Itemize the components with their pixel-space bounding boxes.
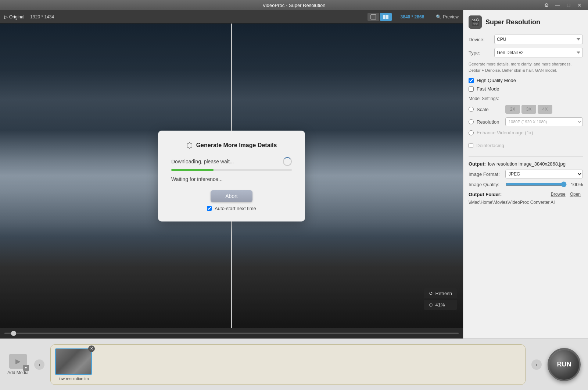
svg-rect-1: [383, 15, 386, 19]
device-row: Device: CPU: [469, 35, 583, 44]
tray-item-thumbnail: [55, 348, 92, 375]
high-quality-checkbox[interactable]: [469, 78, 474, 83]
resolution-select[interactable]: 1080P (1920 X 1080): [505, 117, 583, 126]
settings-icon[interactable]: ⚙: [542, 1, 551, 9]
output-value: low resolution image_3840x2868.jpg: [488, 161, 566, 167]
fast-mode-checkbox[interactable]: [469, 86, 474, 92]
preview-button[interactable]: 🔍 Preview: [436, 14, 459, 20]
single-view-btn[interactable]: [368, 13, 379, 21]
bottom-tray: ▶ ▾ Add Media ‹ ✕ low resolution im › RU…: [0, 338, 588, 390]
tray-prev-button[interactable]: ‹: [34, 359, 44, 370]
model-settings-section: Scale 2X 3X 4X Resolution 1080P (1920 X …: [469, 105, 583, 139]
browse-button[interactable]: Browse: [549, 191, 568, 198]
split-view-btn[interactable]: [380, 13, 392, 21]
view-toggle[interactable]: [368, 13, 392, 21]
fast-mode-label: Fast Mode: [477, 86, 499, 92]
resolution-radio-label: Resolution: [477, 119, 502, 125]
play-icon: ▷: [4, 14, 8, 20]
deinterlace-checkbox[interactable]: [469, 143, 473, 148]
modal-title-row: ⬡ Generate More Image Details: [186, 141, 277, 150]
scrubber-track[interactable]: [4, 333, 459, 334]
divider: [469, 156, 583, 157]
preview-area: ▷ Original 1920 * 1434 3840 * 2868 🔍 Pre…: [0, 10, 463, 338]
sidebar-title-row: 🎬 Super Resolution: [469, 15, 583, 29]
original-label: Original: [9, 14, 24, 20]
res-left-label: 1920 * 1434: [30, 14, 54, 20]
resolution-row: Resolution 1080P (1920 X 1080): [469, 117, 583, 126]
add-media-icon: ▶ ▾: [9, 354, 27, 369]
output-row: Output: low resolution image_3840x2868.j…: [469, 161, 583, 167]
super-resolution-icon: 🎬: [469, 15, 482, 29]
modal-icon: ⬡: [186, 141, 193, 150]
sidebar: 🎬 Super Resolution Device: CPU Type: Gen…: [463, 10, 588, 338]
abort-button[interactable]: Abort: [211, 190, 252, 202]
modal-status-row: Downloading, please wait...: [171, 157, 292, 166]
deinterlace-label: Deinterlacing: [476, 143, 504, 148]
device-label: Device:: [469, 37, 494, 42]
folder-label: Output Folder:: [469, 192, 549, 197]
minimize-button[interactable]: —: [553, 1, 562, 9]
type-label: Type:: [469, 50, 494, 56]
open-button[interactable]: Open: [568, 191, 583, 198]
preview-icon: 🔍: [436, 14, 441, 20]
type-description: Generate more details, more clarity, and…: [469, 61, 583, 73]
run-button[interactable]: RUN: [548, 348, 581, 381]
tray-item-thumb-bg: [56, 349, 91, 374]
window-controls: ⚙ — □ ✕: [542, 1, 584, 9]
tray-item[interactable]: ✕ low resolution im: [55, 348, 92, 381]
autostart-checkbox[interactable]: [207, 206, 212, 211]
quality-row: Image Quality: 100%: [469, 181, 583, 187]
app-title: VideoProc - Super Resolution: [262, 3, 325, 8]
maximize-button[interactable]: □: [564, 1, 573, 9]
autostart-row: Auto-start next time: [207, 206, 256, 211]
high-quality-label: High Quality Mode: [477, 78, 516, 83]
generate-modal: ⬡ Generate More Image Details Downloadin…: [158, 131, 305, 221]
format-row: Image Format: JPEG: [469, 170, 583, 178]
scale-radio-label: Scale: [477, 107, 502, 112]
preview-image-area: ↺ Refresh ⊙ 41% ⬡ Generate More Image De…: [0, 24, 463, 328]
svg-rect-2: [386, 15, 388, 19]
output-label: Output:: [469, 161, 486, 167]
sidebar-title: Super Resolution: [485, 18, 540, 26]
scale-row: Scale 2X 3X 4X: [469, 105, 583, 114]
scrubber-thumb[interactable]: [11, 331, 16, 336]
progress-bar: [171, 169, 214, 171]
res-right-label: 3840 * 2868: [401, 14, 424, 20]
top-section: ▷ Original 1920 * 1434 3840 * 2868 🔍 Pre…: [0, 10, 588, 338]
scale-3x-btn[interactable]: 3X: [521, 105, 536, 114]
add-media-button[interactable]: ▶ ▾ Add Media: [7, 354, 28, 375]
type-row: Type: Gen Detail v2: [469, 48, 583, 57]
fast-mode-row: Fast Mode: [469, 86, 583, 92]
add-media-arrow-icon: ▾: [23, 365, 29, 371]
resolution-radio[interactable]: [469, 119, 474, 124]
svg-rect-0: [371, 15, 376, 19]
tray-next-button[interactable]: ›: [531, 359, 542, 370]
close-button[interactable]: ✕: [576, 1, 584, 9]
format-select[interactable]: JPEG: [505, 170, 583, 178]
deinterlace-row: Deinterlacing: [469, 143, 583, 148]
scale-radio[interactable]: [469, 107, 474, 112]
scale-buttons: 2X 3X 4X: [505, 105, 552, 114]
modal-title: Generate More Image Details: [196, 142, 277, 149]
progress-track: [171, 169, 292, 171]
tray-scroll-area: ✕ low resolution im: [50, 344, 526, 385]
film-icon: ▶: [15, 357, 21, 365]
enhance-radio[interactable]: [469, 130, 474, 135]
original-button[interactable]: ▷ Original: [4, 14, 24, 20]
device-select[interactable]: CPU: [494, 35, 583, 44]
enhance-row: Enhance Video/Image (1x): [469, 130, 583, 135]
scale-2x-btn[interactable]: 2X: [505, 105, 520, 114]
tray-item-close-button[interactable]: ✕: [88, 345, 95, 352]
quality-label: Image Quality:: [469, 182, 505, 187]
scrubber[interactable]: [0, 328, 463, 338]
type-select[interactable]: Gen Detail v2: [494, 48, 583, 57]
quality-value: 100%: [570, 182, 583, 187]
main-container: ▷ Original 1920 * 1434 3840 * 2868 🔍 Pre…: [0, 10, 588, 390]
title-bar: VideoProc - Super Resolution ⚙ — □ ✕: [0, 0, 588, 10]
quality-slider[interactable]: [505, 181, 567, 187]
downloading-label: Downloading, please wait...: [171, 159, 234, 164]
scale-4x-btn[interactable]: 4X: [538, 105, 552, 114]
autostart-label: Auto-start next time: [215, 206, 256, 211]
loading-spinner: [283, 157, 292, 166]
tray-item-label: low resolution im: [55, 376, 92, 381]
